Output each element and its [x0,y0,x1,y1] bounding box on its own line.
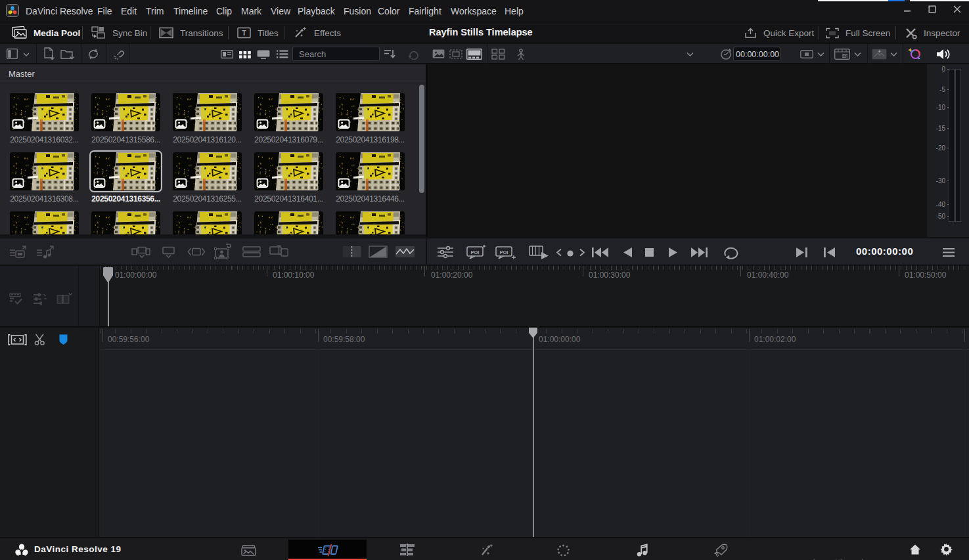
svg-text:POI: POI [471,249,480,255]
svg-text:HQ: HQ [842,54,847,58]
svg-text:POI: POI [500,249,508,255]
svg-text:T: T [242,29,246,37]
